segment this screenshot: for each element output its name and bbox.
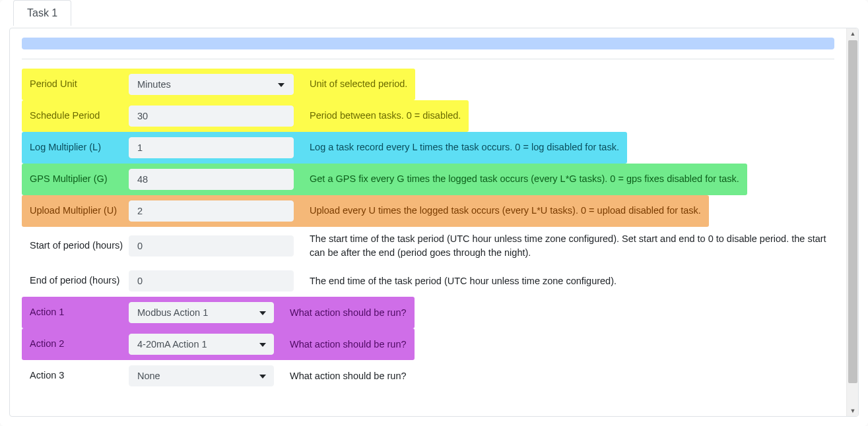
row-action-2: Action 2 4-20mA Action 1 What action sho… bbox=[22, 328, 415, 360]
desc-log-multiplier: Log a task record every L times the task… bbox=[310, 140, 619, 154]
input-schedule-period[interactable] bbox=[129, 106, 294, 127]
select-action-2[interactable]: 4-20mA Action 1 bbox=[129, 334, 274, 355]
collapsed-section-bar[interactable] bbox=[22, 38, 834, 49]
desc-action-1: What action should be run? bbox=[290, 306, 407, 320]
desc-end-period: The end time of the task period (UTC hou… bbox=[310, 274, 826, 288]
input-gps-multiplier[interactable] bbox=[129, 169, 294, 190]
row-gps-multiplier: GPS Multiplier (G) Get a GPS fix every G… bbox=[22, 164, 747, 195]
label-period-unit: Period Unit bbox=[30, 78, 129, 91]
label-action-1: Action 1 bbox=[30, 306, 129, 319]
vertical-scrollbar[interactable]: ▲ ▼ bbox=[846, 28, 858, 416]
input-upload-multiplier[interactable] bbox=[129, 200, 294, 222]
desc-action-2: What action should be run? bbox=[290, 338, 407, 351]
label-start-period: Start of period (hours) bbox=[30, 239, 129, 253]
label-schedule-period: Schedule Period bbox=[30, 109, 129, 123]
row-end-period: End of period (hours) The end time of th… bbox=[22, 265, 834, 297]
row-action-1: Action 1 Modbus Action 1 What action sho… bbox=[22, 297, 415, 328]
label-action-3: Action 3 bbox=[30, 369, 129, 382]
desc-schedule-period: Period between tasks. 0 = disabled. bbox=[310, 109, 461, 123]
label-log-multiplier: Log Multiplier (L) bbox=[30, 141, 129, 154]
desc-gps-multiplier: Get a GPS fix every G times the logged t… bbox=[310, 172, 739, 186]
desc-upload-multiplier: Upload every U times the logged task occ… bbox=[310, 204, 701, 218]
row-period-unit: Period Unit Minutes Unit of selected per… bbox=[22, 69, 415, 100]
input-start-period[interactable] bbox=[129, 235, 294, 257]
tab-task-1[interactable]: Task 1 bbox=[13, 0, 71, 26]
select-action-1[interactable]: Modbus Action 1 bbox=[129, 302, 274, 323]
row-log-multiplier: Log Multiplier (L) Log a task record eve… bbox=[22, 132, 627, 164]
select-period-unit[interactable]: Minutes bbox=[129, 74, 294, 95]
label-upload-multiplier: Upload Multiplier (U) bbox=[30, 204, 129, 218]
input-log-multiplier[interactable] bbox=[129, 137, 294, 158]
desc-action-3: What action should be run? bbox=[290, 369, 407, 383]
label-end-period: End of period (hours) bbox=[30, 274, 129, 288]
section-divider bbox=[22, 59, 834, 59]
desc-period-unit: Unit of selected period. bbox=[310, 77, 407, 91]
scroll-area[interactable]: Period Unit Minutes Unit of selected per… bbox=[10, 28, 846, 416]
task-config-card: Task 1 Period Unit Minutes Unit of selec… bbox=[0, 0, 868, 426]
row-upload-multiplier: Upload Multiplier (U) Upload every U tim… bbox=[22, 195, 709, 227]
select-action-3[interactable]: None bbox=[129, 365, 274, 386]
row-action-3: Action 3 None What action should be run? bbox=[22, 360, 415, 392]
label-action-2: Action 2 bbox=[30, 338, 129, 351]
task-panel: Period Unit Minutes Unit of selected per… bbox=[9, 28, 859, 417]
scroll-up-arrow-icon[interactable]: ▲ bbox=[848, 28, 857, 39]
scrollbar-thumb[interactable] bbox=[848, 40, 857, 383]
desc-start-period: The start time of the task period (UTC h… bbox=[310, 232, 826, 260]
row-schedule-period: Schedule Period Period between tasks. 0 … bbox=[22, 100, 469, 132]
row-start-period: Start of period (hours) The start time o… bbox=[22, 227, 834, 265]
label-gps-multiplier: GPS Multiplier (G) bbox=[30, 173, 129, 186]
scroll-down-arrow-icon[interactable]: ▼ bbox=[848, 406, 857, 416]
input-end-period[interactable] bbox=[129, 270, 294, 291]
